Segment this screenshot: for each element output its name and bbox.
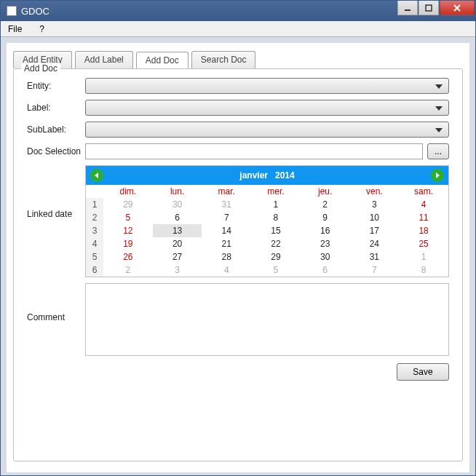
window-controls: [397, 1, 475, 15]
calendar-grid: dim.lun.mar.mer.jeu.ven.sam. 12930311234…: [86, 185, 448, 277]
calendar-day[interactable]: 15: [251, 224, 301, 237]
calendar-day[interactable]: 10: [350, 211, 400, 224]
calendar-day[interactable]: 23: [301, 237, 350, 250]
calendar-year[interactable]: 2014: [275, 170, 295, 181]
calendar-week-number: 4: [86, 237, 103, 250]
calendar-day[interactable]: 30: [153, 198, 202, 211]
calendar-prev-button[interactable]: [90, 169, 103, 182]
label-label: Label:: [27, 103, 85, 113]
calendar-week-number: 3: [86, 224, 103, 237]
calendar-day[interactable]: 2: [103, 263, 153, 277]
menu-help[interactable]: ?: [35, 23, 49, 36]
app-icon: [7, 6, 17, 16]
calendar-day[interactable]: 25: [399, 237, 448, 250]
calendar-week-number: 1: [86, 198, 103, 211]
menubar: File ?: [1, 21, 475, 37]
calendar-day[interactable]: 22: [251, 237, 301, 250]
calendar-day[interactable]: 29: [251, 250, 301, 263]
client-area: Add Entity Add Label Add Doc Search Doc …: [7, 43, 469, 472]
calendar-day[interactable]: 8: [251, 211, 301, 224]
calendar-day[interactable]: 28: [202, 250, 251, 263]
svg-marker-4: [95, 172, 98, 178]
tab-add-doc[interactable]: Add Doc: [136, 52, 189, 69]
calendar-header: janvier 2014: [86, 166, 448, 185]
calendar-day-header: mer.: [251, 185, 301, 198]
app-window: GDOC File ? Add Entity Add Label Add Doc…: [0, 0, 476, 476]
ellipsis-icon: ...: [435, 146, 442, 156]
calendar-day[interactable]: 26: [103, 250, 153, 263]
calendar-day[interactable]: 17: [350, 224, 400, 237]
calendar-day-header: sam.: [399, 185, 448, 198]
calendar-day[interactable]: 1: [399, 250, 448, 263]
calendar-day[interactable]: 7: [350, 263, 400, 277]
calendar-day-header: ven.: [350, 185, 400, 198]
menu-file[interactable]: File: [4, 23, 26, 36]
entity-label: Entity:: [27, 81, 85, 91]
sublabel-select[interactable]: [85, 122, 449, 138]
comment-label: Comment: [27, 283, 85, 356]
calendar-day[interactable]: 5: [251, 263, 301, 277]
entity-select[interactable]: [85, 78, 449, 94]
calendar-day[interactable]: 6: [153, 211, 202, 224]
calendar-month[interactable]: janvier: [239, 170, 268, 181]
calendar-day-header: lun.: [153, 185, 202, 198]
calendar-day[interactable]: 29: [103, 198, 153, 211]
arrow-right-icon: [434, 172, 441, 179]
calendar-day[interactable]: 7: [202, 211, 251, 224]
calendar-day[interactable]: 2: [301, 198, 350, 211]
calendar-day[interactable]: 1: [251, 198, 301, 211]
calendar-day[interactable]: 21: [202, 237, 251, 250]
calendar-day[interactable]: 27: [153, 250, 202, 263]
calendar-day[interactable]: 19: [103, 237, 153, 250]
calendar-day[interactable]: 11: [399, 211, 448, 224]
calendar-day[interactable]: 20: [153, 237, 202, 250]
calendar-day-header: dim.: [103, 185, 153, 198]
svg-rect-1: [426, 5, 432, 11]
minimize-button[interactable]: [397, 1, 418, 15]
docsel-label: Doc Selection: [27, 146, 85, 156]
calendar-day[interactable]: 18: [399, 224, 448, 237]
calendar-day[interactable]: 31: [350, 250, 400, 263]
tab-search-doc[interactable]: Search Doc: [191, 51, 256, 68]
docsel-input[interactable]: [85, 143, 423, 159]
label-select[interactable]: [85, 100, 449, 116]
comment-textarea[interactable]: [85, 283, 449, 356]
calendar-week-number: 6: [86, 263, 103, 277]
close-button[interactable]: [440, 1, 475, 15]
calendar-day-header: jeu.: [301, 185, 350, 198]
calendar-day[interactable]: 12: [103, 224, 153, 237]
titlebar[interactable]: GDOC: [1, 1, 475, 21]
calendar-day-header: mar.: [202, 185, 251, 198]
arrow-left-icon: [93, 172, 100, 179]
add-doc-group: Add Doc Entity: Label: SubLabel: Doc Sel…: [13, 68, 463, 461]
calendar-day[interactable]: 3: [153, 263, 202, 277]
window-title: GDOC: [21, 6, 49, 17]
calendar-day[interactable]: 4: [202, 263, 251, 277]
calendar-day[interactable]: 31: [202, 198, 251, 211]
calendar-week-number: 2: [86, 211, 103, 224]
calendar-day[interactable]: 4: [399, 198, 448, 211]
maximize-button[interactable]: [419, 1, 439, 15]
calendar-week-number: 5: [86, 250, 103, 263]
calendar-day[interactable]: 24: [350, 237, 400, 250]
calendar-day[interactable]: 3: [350, 198, 400, 211]
calendar-day[interactable]: 16: [301, 224, 350, 237]
calendar: janvier 2014 dim.lun.mar.mer.jeu.ven.sam…: [85, 165, 449, 277]
calendar-day[interactable]: 5: [103, 211, 153, 224]
calendar-next-button[interactable]: [431, 169, 444, 182]
calendar-day[interactable]: 14: [202, 224, 251, 237]
group-title: Add Doc: [21, 63, 60, 74]
calendar-day[interactable]: 6: [301, 263, 350, 277]
linked-date-label: Linked date: [27, 165, 85, 219]
browse-button[interactable]: ...: [427, 143, 449, 159]
sublabel-label: SubLabel:: [27, 124, 85, 135]
tab-add-label[interactable]: Add Label: [75, 51, 133, 68]
save-button[interactable]: Save: [397, 363, 449, 381]
svg-marker-5: [436, 172, 440, 178]
calendar-day[interactable]: 9: [301, 211, 350, 224]
calendar-day[interactable]: 13: [153, 224, 202, 237]
calendar-day[interactable]: 8: [399, 263, 448, 277]
calendar-day[interactable]: 30: [301, 250, 350, 263]
tab-bar: Add Entity Add Label Add Doc Search Doc: [7, 44, 469, 68]
